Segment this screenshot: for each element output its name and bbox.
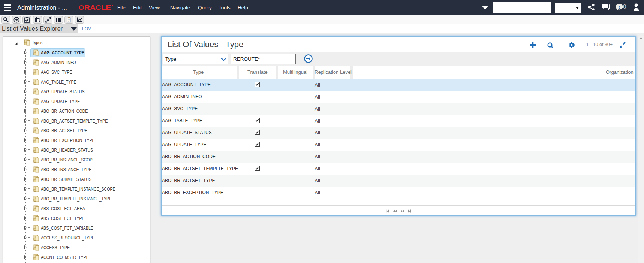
svg-text:ORACLE: ORACLE	[78, 4, 111, 11]
svg-text:!: !	[619, 4, 620, 10]
